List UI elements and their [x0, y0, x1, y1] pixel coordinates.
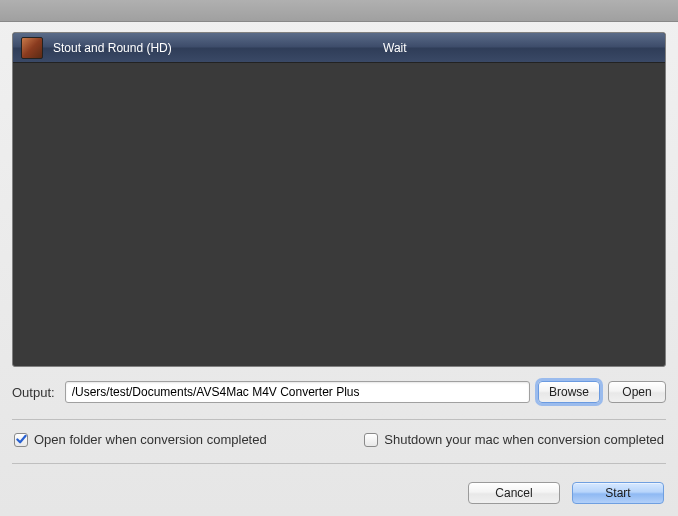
- start-button[interactable]: Start: [572, 482, 664, 504]
- list-item-status: Wait: [383, 41, 407, 55]
- divider: [12, 419, 666, 420]
- dialog-buttons: Cancel Start: [12, 482, 666, 504]
- window-titlebar[interactable]: [0, 0, 678, 22]
- dialog-content: Stout and Round (HD) Wait Output: Browse…: [0, 22, 678, 516]
- open-folder-option[interactable]: Open folder when conversion completed: [14, 432, 267, 447]
- browse-button[interactable]: Browse: [538, 381, 600, 403]
- open-folder-checkbox[interactable]: [14, 433, 28, 447]
- options-row: Open folder when conversion completed Sh…: [12, 432, 666, 447]
- output-path-input[interactable]: [65, 381, 530, 403]
- dialog-window: Stout and Round (HD) Wait Output: Browse…: [0, 0, 678, 516]
- open-button[interactable]: Open: [608, 381, 666, 403]
- cancel-button[interactable]: Cancel: [468, 482, 560, 504]
- shutdown-label: Shutdown your mac when conversion comple…: [384, 432, 664, 447]
- shutdown-checkbox[interactable]: [364, 433, 378, 447]
- shutdown-option[interactable]: Shutdown your mac when conversion comple…: [364, 432, 664, 447]
- list-item[interactable]: Stout and Round (HD) Wait: [13, 33, 665, 63]
- output-label: Output:: [12, 385, 55, 400]
- open-folder-label: Open folder when conversion completed: [34, 432, 267, 447]
- divider: [12, 463, 666, 464]
- video-thumbnail-icon: [21, 37, 43, 59]
- conversion-list[interactable]: Stout and Round (HD) Wait: [12, 32, 666, 367]
- output-row: Output: Browse Open: [12, 381, 666, 403]
- list-item-title: Stout and Round (HD): [53, 41, 383, 55]
